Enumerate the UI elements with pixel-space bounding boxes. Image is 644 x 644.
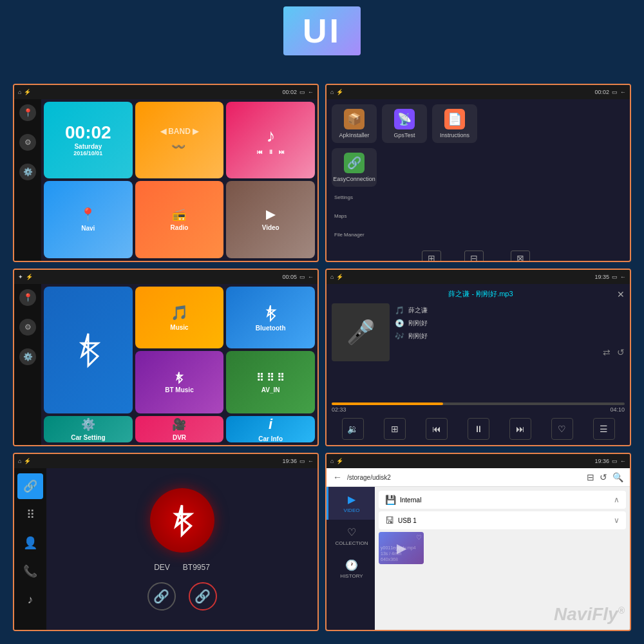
sidebar-gear-icon[interactable]: ⚙️ (19, 164, 36, 180)
file-nav-bar: ← /storage/udisk2 ⊟ ↺ 🔍 (327, 468, 630, 487)
prev-button[interactable]: ⏮ (426, 418, 448, 440)
status-back-4: ← (620, 274, 626, 280)
file-refresh-icon[interactable]: ↺ (600, 472, 607, 482)
tile-radio2-label: Radio (171, 224, 189, 231)
file-search-icon[interactable]: 🔍 (612, 472, 623, 482)
status-monitor-icon-1: ▭ (299, 89, 305, 95)
music-close-button[interactable]: ✕ (617, 289, 625, 299)
status-monitor-2: ▭ (612, 89, 618, 95)
tile-music[interactable]: ♪ ⏮⏸⏭ (226, 102, 315, 178)
music-shuffle-row: ⇄ ↺ (395, 347, 625, 357)
status-right-4: 19:35 ▭ ← (594, 274, 626, 280)
screen1-sidebar: 📍 ⚙ ⚙️ (14, 99, 41, 261)
music-player: 薛之谦 - 刚刚好.mp3 ✕ 🎤 🎵 薛之谦 💿 刚刚好 (332, 289, 625, 440)
status-back-2: ← (620, 89, 626, 95)
status-home-6: ⌂ (330, 458, 334, 464)
sidebar-location-icon[interactable]: 📍 (19, 104, 36, 121)
wallpaper-item[interactable]: ⊞ WALLPAPERS (415, 251, 449, 262)
sidebar-maps-label: Maps (334, 213, 622, 219)
status-icon-home: ⌂ (18, 89, 21, 95)
animation-item[interactable]: ⊠ PAGE ANIMATION (498, 251, 542, 262)
tile-av-in[interactable]: ⠿⠿⠿ AV_IN (226, 351, 315, 413)
status-time-2: 00:02 (594, 89, 609, 95)
repeat-icon[interactable]: ↺ (617, 347, 625, 357)
next-button[interactable]: ⏭ (509, 418, 531, 440)
screens-grid: ⌂ ⚡ 00:02 ▭ ← 📍 ⚙ ⚙️ 00:02 Saturday 2016… (13, 84, 631, 631)
tile-car-info[interactable]: i Car Info (226, 416, 315, 442)
file-item-internal[interactable]: 💾 Internal ∧ (379, 491, 626, 509)
app-instructions[interactable]: 📄 Instructions (432, 104, 477, 143)
sidebar-settings-label: Settings (334, 194, 622, 200)
screen1-body: 📍 ⚙ ⚙️ 00:02 Saturday 2016/10/01 ◀ BAND … (14, 99, 317, 261)
tile-navi[interactable]: 📍 Navi (44, 181, 133, 258)
shuffle-icon[interactable]: ⇄ (603, 347, 611, 357)
file-sort-icon[interactable]: ⊟ (587, 472, 594, 482)
bt-sidebar-music[interactable]: ♪ (17, 587, 43, 612)
apkinstaller-label: ApkInstaller (339, 132, 369, 138)
sidebar3-settings[interactable]: ⚙ (19, 319, 36, 336)
bt-disconnect-button[interactable]: 🔗 (189, 582, 217, 611)
widgets-item[interactable]: ⊟ WIDGETS (462, 251, 486, 262)
progress-bar-fill (332, 402, 443, 405)
screen-app-drawer: ⌂ ⚡ 00:02 ▭ ← 📦 ApkInstaller 📡 GpsTest (325, 84, 631, 262)
tile-clock[interactable]: 00:02 Saturday 2016/10/01 (44, 102, 133, 178)
tile-music-orange[interactable]: 🎵 Music (135, 287, 224, 349)
file-item-usb1[interactable]: 🖫 USB 1 ∨ (379, 511, 626, 529)
bt-sidebar-bluetooth[interactable]: 🔗 (17, 473, 43, 499)
screen4-body: 薛之谦 - 刚刚好.mp3 ✕ 🎤 🎵 薛之谦 💿 刚刚好 (327, 284, 630, 446)
tile-video[interactable]: ▶ Video (226, 181, 315, 258)
app-apkinstaller[interactable]: 📦 ApkInstaller (332, 104, 377, 143)
tile-radio2[interactable]: 📻 Radio (135, 181, 224, 258)
play-pause-button[interactable]: ⏸ (468, 418, 489, 440)
bluetooth-circle[interactable] (150, 488, 214, 553)
tile-bluetooth-large[interactable] (44, 287, 133, 414)
tile-bluetooth-small[interactable]: Bluetooth (226, 287, 315, 349)
volume-button[interactable]: 🔉 (342, 418, 364, 440)
bt-dev-label: DEV (154, 563, 170, 572)
file-side-video[interactable]: ▶ VIDEO (327, 487, 375, 520)
heart-button[interactable]: ♡ (551, 418, 573, 440)
bt-sidebar-contacts[interactable]: 👤 (17, 530, 43, 556)
music-controls: 🔉 ⊞ ⏮ ⏸ ⏭ ♡ ☰ (332, 418, 625, 440)
sidebar-settings-icon[interactable]: ⚙ (19, 134, 36, 151)
app-gpstest[interactable]: 📡 GpsTest (382, 104, 427, 143)
music-tile-label: Music (170, 324, 188, 331)
screen-music-player: ⌂ ⚡ 19:35 ▭ ← 薛之谦 - 刚刚好.mp3 ✕ 🎤 (325, 269, 631, 447)
file-item-internal-left: 💾 Internal (385, 495, 421, 505)
clock-day: Saturday (74, 143, 102, 150)
tile-dvr[interactable]: 🎥 DVR (135, 416, 224, 442)
status-time-4: 19:35 (594, 274, 609, 280)
clock-date: 2016/10/01 (73, 150, 102, 156)
ui-title-text: UI (303, 12, 341, 50)
tile-radio[interactable]: ◀ BAND ▶ 〰️ (135, 102, 224, 178)
file-side-collection[interactable]: ♡ COLLECTION (327, 520, 375, 553)
file-side-video-label: VIDEO (344, 507, 360, 513)
playlist-button[interactable]: ☰ (593, 418, 615, 440)
btmusic-icon (173, 371, 185, 384)
screen3-body: 📍 ⚙ ⚙️ 🎵 Music (14, 284, 317, 446)
status-usb-3: ⚡ (26, 274, 33, 280)
status-home-4: ⌂ (330, 274, 334, 280)
status-bar-2: ⌂ ⚡ 00:02 ▭ ← (327, 85, 630, 99)
progress-bar-bg[interactable] (332, 402, 625, 405)
internal-expand-icon[interactable]: ∧ (614, 495, 620, 504)
eq-button[interactable]: ⊞ (384, 418, 406, 440)
bt-sidebar-dialpad[interactable]: ⠿ (17, 502, 43, 527)
screen2-body: 📦 ApkInstaller 📡 GpsTest 📄 Instructions … (327, 99, 630, 261)
tile-bt-music[interactable]: BT Music (135, 351, 224, 413)
usb1-expand-icon[interactable]: ∨ (614, 516, 620, 525)
file-back-icon[interactable]: ← (333, 472, 342, 482)
sidebar3-gear[interactable]: ⚙️ (19, 348, 36, 365)
app-easyconnection[interactable]: 🔗 EasyConnection (332, 148, 377, 187)
video-thumbnail[interactable]: ▶ ♡ y0011egqqlv.mp4 13s / 4min 640x368 (379, 532, 424, 564)
file-side-history[interactable]: 🕐 HISTORY (327, 553, 375, 585)
thumb-heart-icon: ♡ (416, 534, 422, 541)
instructions-label: Instructions (440, 132, 469, 138)
status-time-6: 19:36 (594, 458, 609, 464)
sidebar3-location[interactable]: 📍 (19, 289, 36, 306)
bt-sidebar-calls[interactable]: 📞 (17, 558, 43, 584)
bluetooth-icon-small (261, 304, 279, 322)
bt-connect-button[interactable]: 🔗 (147, 582, 176, 611)
screen5-main: DEV BT9957 🔗 🔗 (46, 468, 317, 630)
tile-car-setting[interactable]: ⚙️ Car Setting (44, 416, 133, 442)
